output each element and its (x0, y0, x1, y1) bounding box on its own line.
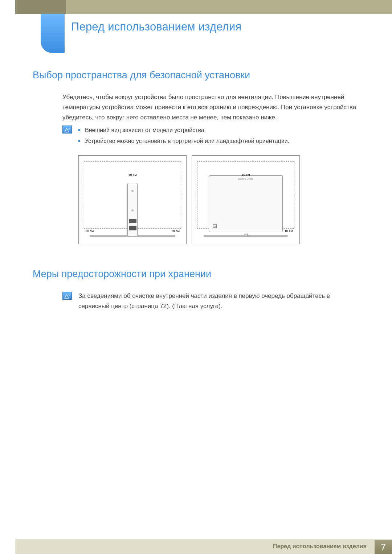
footer-chapter-title: Перед использованием изделия (273, 543, 367, 550)
clearance-label-left: 10 см (85, 229, 94, 233)
clearance-label-right: 10 см (171, 229, 180, 233)
note-list: Внешний вид зависит от модели устройства… (78, 125, 356, 146)
clearance-label-right: 10 см (285, 229, 293, 233)
installation-space-paragraph: Убедитесь, чтобы вокруг устройства было … (62, 92, 356, 123)
note-block-installation: Внешний вид зависит от модели устройства… (62, 125, 356, 146)
chapter-title: Перед использованием изделия (71, 20, 241, 33)
chapter-tab (41, 14, 65, 53)
note-icon (62, 292, 72, 300)
page: Перед использованием изделия Выбор прост… (0, 0, 392, 554)
note-item: Устройство можно установить в портретной… (78, 136, 356, 147)
port-icon (133, 226, 136, 230)
port-icon (133, 219, 136, 223)
note-icon (62, 126, 72, 134)
page-number: 7 (375, 540, 392, 554)
note-item: Внешний вид зависит от модели устройства… (78, 125, 356, 136)
note-block-storage: За сведениями об очистке внутренней част… (62, 291, 356, 311)
header-bar-accent (15, 0, 66, 14)
clearance-label-top: 10 см (128, 173, 136, 177)
camera-dot (131, 190, 134, 192)
clearance-diagrams: 10 см 10 см 10 см SAMSUNG ⏻ 10 см 10 см (78, 155, 300, 244)
power-button-icon: ⏻ (213, 224, 217, 228)
diagram-portrait: 10 см 10 см 10 см (78, 155, 187, 244)
diagram-landscape: SAMSUNG ⏻ 10 см 10 см (192, 155, 300, 244)
section-title-storage-precautions: Меры предосторожности при хранении (33, 268, 211, 280)
port-icon (129, 219, 133, 223)
footer-bar: Перед использованием изделия 7 (15, 539, 392, 554)
port-icon (129, 226, 133, 230)
section-title-installation-space: Выбор пространства для безопасной устано… (33, 70, 250, 81)
storage-note-text: За сведениями об очистке внутренней част… (78, 291, 356, 311)
header-bar (15, 0, 392, 14)
device-neck (244, 234, 248, 237)
button-dot (131, 209, 134, 212)
brand-label: SAMSUNG (238, 177, 253, 180)
device-body-portrait (127, 183, 138, 237)
device-body-landscape (209, 175, 283, 232)
clearance-label-top: 10 см (241, 173, 250, 177)
